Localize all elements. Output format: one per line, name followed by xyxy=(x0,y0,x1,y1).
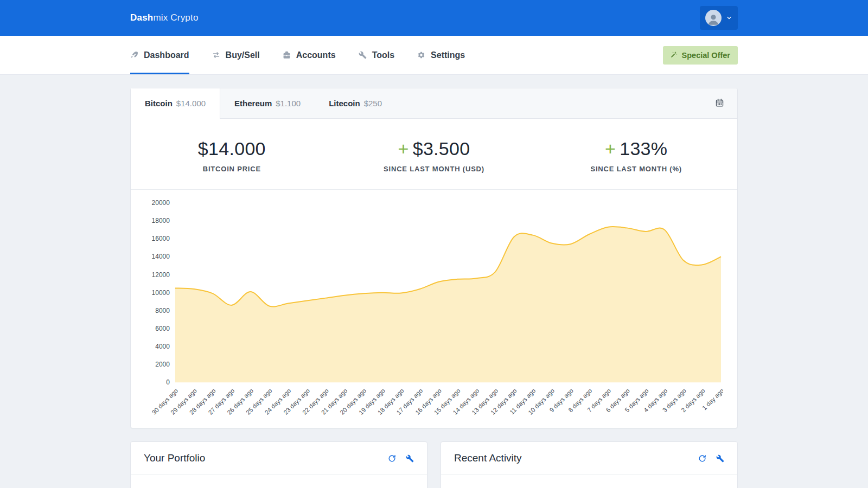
recent-activity-panel: Recent Activity xyxy=(441,441,738,488)
recent-activity-panel-body xyxy=(441,475,737,488)
plus-sign: + xyxy=(398,138,409,159)
price-chart: 0200040006000800010000120001400016000180… xyxy=(131,190,737,428)
calendar-button[interactable] xyxy=(702,88,737,118)
svg-text:14000: 14000 xyxy=(152,253,170,260)
plus-sign: + xyxy=(605,138,616,159)
area-chart-canvas: 0200040006000800010000120001400016000180… xyxy=(145,198,723,428)
gear-icon xyxy=(417,51,425,59)
brand-bold: Dash xyxy=(130,12,153,23)
tab-litecoin-price: $250 xyxy=(364,99,382,108)
svg-text:20000: 20000 xyxy=(152,199,170,207)
svg-text:8000: 8000 xyxy=(155,307,170,314)
nav-label-accounts: Accounts xyxy=(296,50,336,60)
refresh-button[interactable] xyxy=(698,454,706,463)
panel-settings-button[interactable] xyxy=(716,454,724,463)
portfolio-panel-body xyxy=(131,475,427,488)
person-icon xyxy=(706,12,720,26)
tab-bitcoin[interactable]: Bitcoin $14.000 xyxy=(131,88,220,119)
tab-litecoin-name: Litecoin xyxy=(329,99,360,108)
svg-text:18000: 18000 xyxy=(152,217,170,224)
tab-ethereum[interactable]: Ethereum $1.100 xyxy=(220,88,315,118)
user-menu-button[interactable] xyxy=(700,6,738,30)
nav-item-dashboard[interactable]: Dashboard xyxy=(130,36,189,74)
special-offer-button[interactable]: Special Offer xyxy=(663,46,738,65)
svg-text:16000: 16000 xyxy=(152,235,170,242)
svg-text:4000: 4000 xyxy=(155,343,170,350)
chevron-down-icon xyxy=(726,15,732,21)
portfolio-panel: Your Portfolio xyxy=(130,441,427,488)
wrench-icon xyxy=(716,454,724,463)
panel-settings-button[interactable] xyxy=(406,454,414,463)
svg-text:0: 0 xyxy=(166,378,170,386)
recent-activity-panel-title: Recent Activity xyxy=(454,452,522,464)
svg-text:10000: 10000 xyxy=(152,289,170,297)
main-nav: Dashboard Buy/Sell Accounts Tools xyxy=(0,36,868,75)
coin-tabs: Bitcoin $14.000 Ethereum $1.100 Litecoin… xyxy=(131,88,737,119)
stat-change-usd: +$3.500 SINCE LAST MONTH (USD) xyxy=(333,138,535,173)
stat-value: +133% xyxy=(535,138,737,159)
nav-label-settings: Settings xyxy=(431,50,465,60)
stat-value: +$3.500 xyxy=(333,138,535,159)
calendar-icon xyxy=(715,98,724,109)
nav-label-buy-sell: Buy/Sell xyxy=(226,50,260,60)
refresh-icon xyxy=(388,454,396,463)
brand-rest: mix Crypto xyxy=(153,12,198,23)
nav-item-buy-sell[interactable]: Buy/Sell xyxy=(212,36,260,74)
refresh-button[interactable] xyxy=(388,454,396,463)
tab-litecoin[interactable]: Litecoin $250 xyxy=(315,88,396,118)
tab-ethereum-name: Ethereum xyxy=(234,99,272,108)
stat-bitcoin-price: $14.000 BITCOIN PRICE xyxy=(131,138,333,173)
refresh-icon xyxy=(698,454,706,463)
nav-item-tools[interactable]: Tools xyxy=(359,36,394,74)
brand-logo[interactable]: Dashmix Crypto xyxy=(130,12,199,23)
nav-label-tools: Tools xyxy=(372,50,394,60)
nav-item-settings[interactable]: Settings xyxy=(417,36,465,74)
swap-arrows-icon xyxy=(212,51,220,59)
nav-label-dashboard: Dashboard xyxy=(144,50,189,60)
svg-text:2000: 2000 xyxy=(155,361,170,368)
wrench-icon xyxy=(359,51,367,59)
rocket-icon xyxy=(130,51,138,59)
portfolio-panel-title: Your Portfolio xyxy=(144,452,205,464)
stat-change-percent: +133% SINCE LAST MONTH (%) xyxy=(535,138,737,173)
tab-bitcoin-price: $14.000 xyxy=(176,99,206,108)
tab-ethereum-price: $1.100 xyxy=(276,99,301,108)
stat-label: SINCE LAST MONTH (USD) xyxy=(333,165,535,173)
stat-label: SINCE LAST MONTH (%) xyxy=(535,165,737,173)
app-header: Dashmix Crypto xyxy=(0,0,868,36)
svg-text:6000: 6000 xyxy=(155,325,170,332)
magic-wand-icon xyxy=(671,51,678,60)
stats-row: $14.000 BITCOIN PRICE +$3.500 SINCE LAST… xyxy=(131,119,737,190)
wrench-icon xyxy=(406,454,414,463)
avatar xyxy=(705,10,722,26)
stat-value: $14.000 xyxy=(131,138,333,159)
tab-bitcoin-name: Bitcoin xyxy=(145,99,173,108)
nav-item-accounts[interactable]: Accounts xyxy=(283,36,336,74)
svg-text:12000: 12000 xyxy=(152,271,170,279)
stat-label: BITCOIN PRICE xyxy=(131,165,333,173)
briefcase-icon xyxy=(283,51,291,59)
market-card: Bitcoin $14.000 Ethereum $1.100 Litecoin… xyxy=(130,88,738,428)
special-offer-label: Special Offer xyxy=(682,51,730,60)
